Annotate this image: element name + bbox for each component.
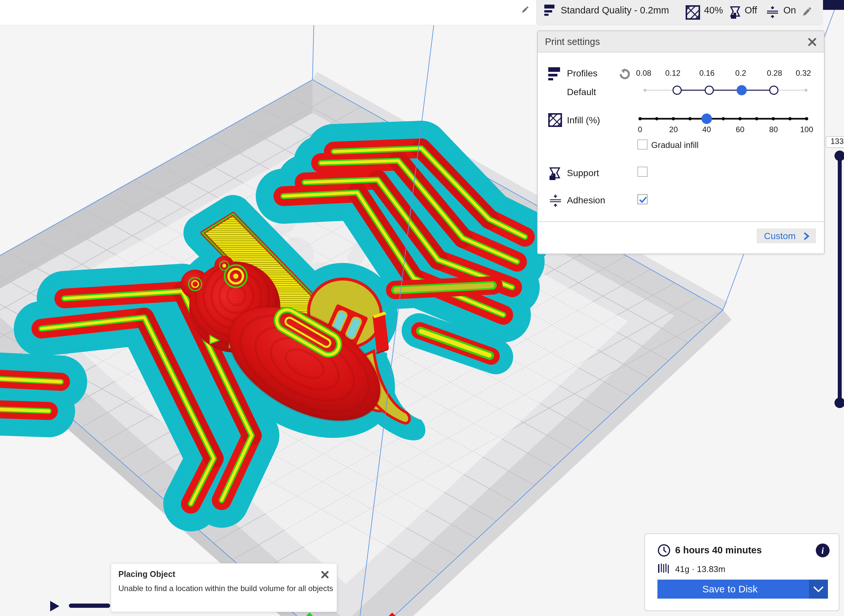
- svg-text:i: i: [821, 546, 824, 556]
